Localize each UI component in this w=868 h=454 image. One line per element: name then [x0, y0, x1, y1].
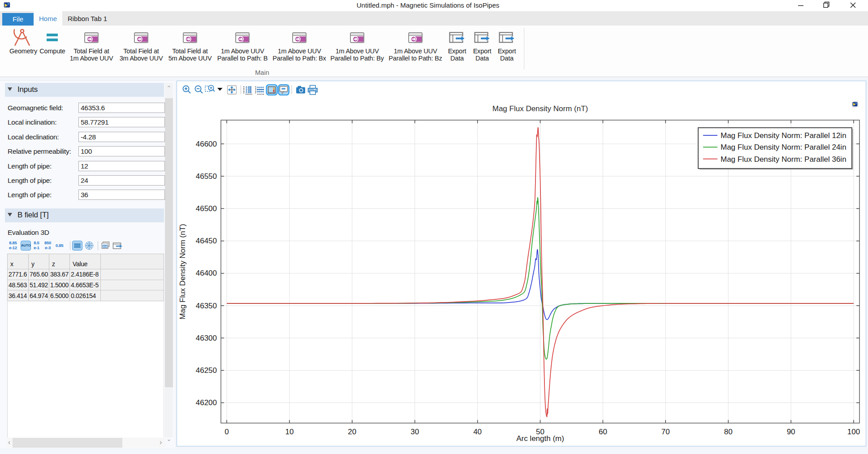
svg-text:46450: 46450 [196, 237, 217, 245]
svg-text:0: 0 [225, 428, 229, 436]
svg-text:Mag Flux Density Norm (nT): Mag Flux Density Norm (nT) [178, 224, 187, 319]
svg-text:70: 70 [661, 428, 670, 436]
svg-text:46300: 46300 [196, 334, 217, 342]
svg-text:46600: 46600 [196, 140, 217, 148]
svg-text:30: 30 [410, 428, 419, 436]
svg-text:Mag Flux Density Norm: Paralle: Mag Flux Density Norm: Parallel 12in [721, 131, 846, 140]
svg-text:90: 90 [787, 428, 795, 436]
svg-text:46200: 46200 [196, 398, 217, 407]
svg-text:46350: 46350 [196, 302, 217, 310]
svg-text:Arc length (m): Arc length (m) [516, 434, 564, 443]
svg-text:Mag Flux Density Norm (nT): Mag Flux Density Norm (nT) [492, 104, 588, 113]
svg-text:20: 20 [348, 428, 356, 436]
svg-text:40: 40 [473, 428, 482, 436]
svg-text:100: 100 [847, 428, 860, 436]
svg-text:46550: 46550 [196, 172, 217, 181]
svg-text:60: 60 [599, 428, 607, 436]
svg-text:10: 10 [285, 428, 294, 436]
svg-text:46500: 46500 [196, 204, 217, 213]
svg-text:Mag Flux Density Norm: Paralle: Mag Flux Density Norm: Parallel 36in [721, 155, 846, 164]
svg-text:Mag Flux Density Norm: Paralle: Mag Flux Density Norm: Parallel 24in [721, 143, 846, 151]
svg-text:80: 80 [724, 428, 733, 436]
svg-text:46400: 46400 [196, 269, 217, 277]
svg-text:46250: 46250 [196, 366, 217, 375]
